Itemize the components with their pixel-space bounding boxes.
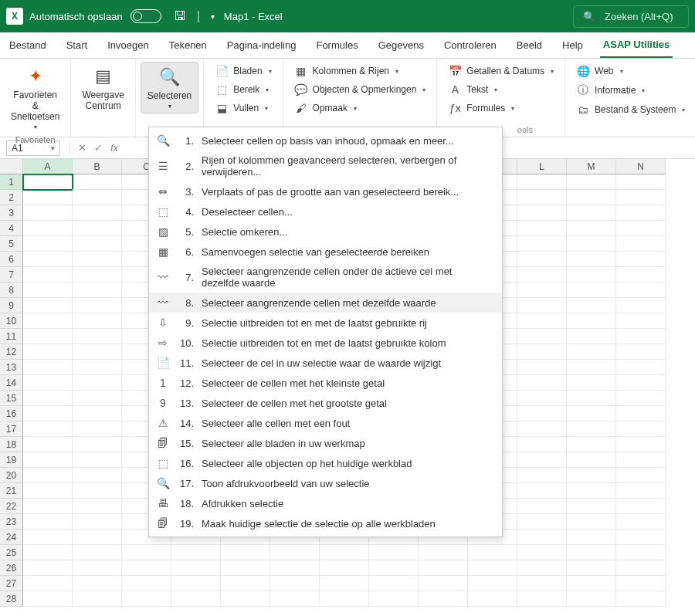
menu-item-1[interactable]: 🔍1.Selecteer cellen op basis van inhoud,…	[149, 130, 502, 151]
cell[interactable]	[73, 499, 122, 514]
cell[interactable]	[73, 421, 122, 437]
cell[interactable]	[517, 591, 567, 607]
cell[interactable]	[23, 421, 73, 437]
cell[interactable]	[567, 205, 616, 221]
cell[interactable]	[320, 576, 369, 591]
cell[interactable]	[270, 545, 320, 560]
cell[interactable]	[517, 190, 567, 205]
enter-icon[interactable]: ✓	[94, 142, 103, 154]
cell[interactable]	[270, 560, 320, 576]
cell[interactable]	[616, 221, 666, 236]
cell[interactable]	[616, 283, 666, 298]
cell[interactable]	[567, 298, 616, 313]
cell[interactable]	[616, 344, 666, 360]
tab-help[interactable]: Help	[559, 32, 586, 58]
row-header[interactable]: 12	[0, 344, 23, 360]
save-icon[interactable]: 🖫	[174, 9, 186, 23]
cell[interactable]	[73, 221, 122, 236]
cell[interactable]	[73, 329, 122, 344]
row-header[interactable]: 11	[0, 329, 23, 344]
cell[interactable]	[616, 174, 666, 190]
cell[interactable]	[73, 576, 122, 591]
cell[interactable]	[369, 576, 419, 591]
menu-item-6[interactable]: ▦6.Samenvoegen selectie van geselecteerd…	[149, 242, 502, 262]
ribbon-btn-vullen[interactable]: ⬓Vullen▾	[212, 100, 274, 116]
cell[interactable]	[567, 360, 616, 375]
cell[interactable]	[517, 360, 567, 375]
cell[interactable]	[567, 576, 616, 591]
cell[interactable]	[73, 530, 122, 545]
menu-item-12[interactable]: 112.Selecteer de cellen met het kleinste…	[149, 373, 502, 393]
cell[interactable]	[517, 421, 567, 437]
tab-controleren[interactable]: Controleren	[441, 32, 500, 58]
row-header[interactable]: 4	[0, 221, 23, 236]
row-header[interactable]: 13	[0, 360, 23, 375]
view-center-button[interactable]: ▤ Weergave Centrum	[76, 62, 130, 114]
row-header[interactable]: 7	[0, 267, 23, 283]
cell[interactable]	[73, 344, 122, 360]
fx-icon[interactable]: fx	[110, 142, 118, 154]
cell[interactable]	[23, 483, 73, 499]
cell[interactable]	[221, 560, 270, 576]
ribbon-btn-informatie[interactable]: ⓘInformatie▾	[573, 82, 688, 99]
cell[interactable]	[616, 267, 666, 283]
menu-item-11[interactable]: 📄11.Selecteer de cel in uw selectie waar…	[149, 353, 502, 373]
cell[interactable]	[419, 560, 468, 576]
row-header[interactable]: 25	[0, 545, 23, 560]
cell[interactable]	[73, 375, 122, 391]
cell[interactable]	[23, 576, 73, 591]
cell[interactable]	[567, 329, 616, 344]
ribbon-btn-formules[interactable]: ƒxFormules▾	[445, 100, 557, 116]
ribbon-btn-tekst[interactable]: ATekst▾	[445, 82, 557, 97]
cell[interactable]	[73, 252, 122, 267]
cell[interactable]	[616, 298, 666, 313]
cell[interactable]	[73, 391, 122, 406]
cell[interactable]	[616, 514, 666, 530]
cell[interactable]	[567, 530, 616, 545]
menu-item-16[interactable]: ⬚16.Selecteer alle objecten op het huidi…	[149, 453, 502, 473]
row-header[interactable]: 15	[0, 391, 23, 406]
cell[interactable]	[517, 452, 567, 468]
cell[interactable]	[567, 236, 616, 252]
row-header[interactable]: 24	[0, 530, 23, 545]
cell[interactable]	[517, 391, 567, 406]
cell[interactable]	[23, 267, 73, 283]
cell[interactable]	[517, 499, 567, 514]
cell[interactable]	[517, 514, 567, 530]
cell[interactable]	[517, 329, 567, 344]
cell[interactable]	[517, 267, 567, 283]
cell[interactable]	[122, 591, 171, 607]
cell[interactable]	[517, 576, 567, 591]
row-header[interactable]: 9	[0, 298, 23, 313]
cell[interactable]	[73, 267, 122, 283]
cell[interactable]	[73, 360, 122, 375]
cell[interactable]	[73, 452, 122, 468]
col-header-A[interactable]: A	[23, 159, 73, 174]
cell[interactable]	[616, 499, 666, 514]
cell[interactable]	[23, 391, 73, 406]
cell[interactable]	[567, 283, 616, 298]
ribbon-btn-opmaak[interactable]: 🖌Opmaak▾	[291, 100, 429, 116]
cell[interactable]	[23, 514, 73, 530]
menu-item-9[interactable]: ⇩9.Selectie uitbreiden tot en met de laa…	[149, 313, 502, 333]
cell[interactable]	[221, 576, 270, 591]
cell[interactable]	[567, 437, 616, 452]
cell[interactable]	[73, 545, 122, 560]
cell[interactable]	[369, 545, 419, 560]
tab-tekenen[interactable]: Tekenen	[166, 32, 210, 58]
row-header[interactable]: 21	[0, 483, 23, 499]
favorites-button[interactable]: ✦ Favorieten & Sneltoetsen ▾	[5, 62, 66, 134]
cell[interactable]	[73, 560, 122, 576]
cell[interactable]	[73, 514, 122, 530]
ribbon-btn-bestand-systeem[interactable]: 🗂Bestand & Systeem▾	[573, 102, 688, 117]
cell[interactable]	[171, 560, 221, 576]
cell[interactable]	[517, 545, 567, 560]
cell[interactable]	[616, 313, 666, 329]
row-header[interactable]: 19	[0, 452, 23, 468]
row-header[interactable]: 16	[0, 406, 23, 421]
cell[interactable]	[517, 375, 567, 391]
cell[interactable]	[23, 437, 73, 452]
menu-item-10[interactable]: ⇨10.Selectie uitbreiden tot en met de la…	[149, 333, 502, 353]
cell[interactable]	[616, 576, 666, 591]
menu-item-5[interactable]: ▨5.Selectie omkeren...	[149, 222, 502, 242]
